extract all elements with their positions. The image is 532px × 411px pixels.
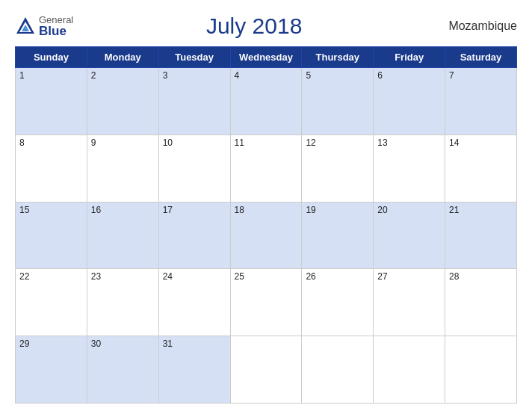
calendar-week-4: 22232425262728 — [16, 269, 517, 336]
day-number: 17 — [163, 205, 173, 215]
day-header-wednesday: Wednesday — [230, 47, 302, 68]
day-header-thursday: Thursday — [302, 47, 374, 68]
day-number: 8 — [19, 137, 25, 148]
calendar-cell — [374, 336, 445, 404]
calendar-cell: 18 — [230, 202, 302, 269]
day-number: 6 — [377, 70, 383, 81]
day-number: 14 — [449, 137, 459, 148]
day-header-sunday: Sunday — [16, 47, 87, 68]
logo-icon — [15, 16, 36, 37]
calendar-cell: 13 — [374, 135, 445, 202]
day-header-monday: Monday — [87, 47, 158, 68]
day-number: 28 — [449, 271, 459, 282]
day-number: 3 — [163, 70, 168, 81]
day-header-tuesday: Tuesday — [158, 47, 230, 68]
day-number: 9 — [91, 137, 96, 148]
day-number: 5 — [306, 70, 311, 81]
logo-blue-text: Blue — [39, 25, 73, 37]
day-header-saturday: Saturday — [445, 47, 517, 68]
calendar-cell: 12 — [302, 135, 374, 202]
calendar-cell: 17 — [158, 202, 230, 269]
calendar-cell: 27 — [374, 269, 445, 336]
day-number: 2 — [91, 70, 96, 81]
calendar-cell: 2 — [87, 68, 158, 135]
day-number: 16 — [91, 205, 101, 215]
day-number: 13 — [377, 137, 387, 148]
calendar-cell: 1 — [16, 68, 87, 135]
logo: General Blue — [15, 15, 73, 37]
day-number: 21 — [449, 205, 459, 215]
calendar-header-row: SundayMondayTuesdayWednesdayThursdayFrid… — [16, 47, 517, 68]
day-number: 24 — [163, 271, 173, 282]
calendar-cell: 15 — [16, 202, 87, 269]
day-number: 23 — [91, 271, 101, 282]
calendar-cell: 26 — [302, 269, 374, 336]
calendar-title: July 2018 — [73, 13, 435, 39]
day-number: 1 — [19, 70, 25, 81]
day-number: 7 — [449, 70, 454, 81]
calendar-cell: 3 — [158, 68, 230, 135]
calendar-cell: 28 — [445, 269, 517, 336]
calendar-cell: 20 — [374, 202, 445, 269]
calendar-cell: 21 — [445, 202, 517, 269]
calendar-cell: 7 — [445, 68, 517, 135]
calendar-table: SundayMondayTuesdayWednesdayThursdayFrid… — [15, 46, 517, 404]
day-number: 10 — [163, 137, 173, 148]
day-number: 18 — [235, 205, 244, 215]
day-number: 19 — [306, 205, 315, 215]
calendar-body: 1234567891011121314151617181920212223242… — [16, 68, 517, 404]
calendar-cell — [445, 336, 517, 404]
calendar-cell — [230, 336, 302, 404]
day-number: 20 — [377, 205, 387, 215]
country-label: Mozambique — [435, 19, 517, 33]
day-number: 27 — [377, 271, 387, 282]
day-number: 15 — [19, 205, 29, 215]
calendar-cell: 23 — [87, 269, 158, 336]
day-number: 26 — [306, 271, 315, 282]
calendar-cell: 14 — [445, 135, 517, 202]
calendar-cell: 9 — [87, 135, 158, 202]
calendar-week-2: 891011121314 — [16, 135, 517, 202]
day-number: 30 — [91, 339, 101, 349]
calendar-cell: 24 — [158, 269, 230, 336]
day-number: 29 — [19, 339, 29, 349]
calendar-cell: 16 — [87, 202, 158, 269]
calendar-cell: 19 — [302, 202, 374, 269]
calendar-cell: 11 — [230, 135, 302, 202]
calendar-week-1: 1234567 — [16, 68, 517, 135]
calendar-header: General Blue July 2018 Mozambique — [15, 7, 517, 42]
calendar-cell: 8 — [16, 135, 87, 202]
day-number: 12 — [306, 137, 315, 148]
day-number: 22 — [19, 271, 29, 282]
day-number: 11 — [235, 137, 244, 148]
calendar-cell: 4 — [230, 68, 302, 135]
calendar-week-3: 15161718192021 — [16, 202, 517, 269]
calendar-cell: 5 — [302, 68, 374, 135]
calendar-cell: 30 — [87, 336, 158, 404]
calendar-cell: 29 — [16, 336, 87, 404]
day-number: 4 — [235, 70, 240, 81]
day-header-friday: Friday — [374, 47, 445, 68]
calendar-cell: 25 — [230, 269, 302, 336]
calendar-cell: 31 — [158, 336, 230, 404]
calendar-week-5: 293031 — [16, 336, 517, 404]
calendar-cell: 22 — [16, 269, 87, 336]
day-number: 25 — [235, 271, 244, 282]
calendar-cell — [302, 336, 374, 404]
calendar-cell: 6 — [374, 68, 445, 135]
day-number: 31 — [163, 339, 173, 349]
calendar-cell: 10 — [158, 135, 230, 202]
